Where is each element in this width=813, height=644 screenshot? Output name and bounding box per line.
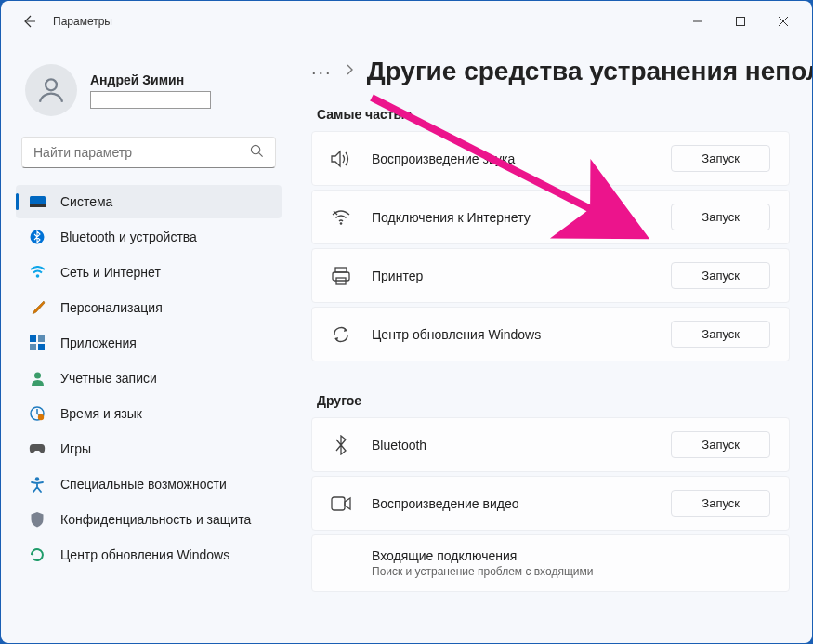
user-name: Андрей Зимин bbox=[90, 72, 211, 87]
svg-rect-1 bbox=[737, 18, 745, 26]
nav-label: Игры bbox=[60, 441, 91, 456]
maximize-button[interactable] bbox=[719, 7, 762, 36]
breadcrumb-ellipsis[interactable]: ··· bbox=[311, 62, 333, 81]
main-content: ··· Другие средства устранения непол Сам… bbox=[289, 42, 812, 643]
system-icon bbox=[29, 193, 46, 210]
person-icon bbox=[29, 370, 46, 387]
nav-label: Учетные записи bbox=[60, 371, 157, 386]
sidebar-item-system[interactable]: Система bbox=[16, 185, 282, 218]
card-title: Центр обновления Windows bbox=[372, 327, 650, 342]
sidebar-item-update[interactable]: Центр обновления Windows bbox=[16, 538, 282, 572]
card-title: Bluetooth bbox=[372, 438, 650, 453]
sidebar-item-gaming[interactable]: Игры bbox=[16, 432, 282, 466]
app-title: Параметры bbox=[53, 15, 112, 28]
troubleshooter-printer: Принтер Запуск bbox=[311, 248, 790, 303]
troubleshooter-video: Воспроизведение видео Запуск bbox=[311, 476, 790, 531]
brush-icon bbox=[29, 299, 46, 316]
svg-rect-11 bbox=[30, 335, 36, 342]
sidebar-item-apps[interactable]: Приложения bbox=[16, 326, 282, 360]
nav-label: Время и язык bbox=[60, 406, 142, 421]
apps-icon bbox=[29, 335, 46, 351]
speaker-icon bbox=[331, 149, 351, 169]
clock-globe-icon bbox=[29, 405, 46, 422]
nav-label: Специальные возможности bbox=[60, 477, 227, 492]
incoming-icon bbox=[331, 553, 351, 573]
svg-rect-13 bbox=[30, 344, 36, 350]
svg-rect-22 bbox=[333, 272, 349, 281]
sidebar-item-bluetooth[interactable]: Bluetooth и устройства bbox=[16, 220, 282, 254]
update-icon bbox=[29, 546, 46, 563]
svg-rect-12 bbox=[38, 335, 45, 342]
bluetooth-icon bbox=[331, 435, 351, 455]
page-title: Другие средства устранения непол bbox=[367, 57, 812, 86]
card-title: Воспроизведение звука bbox=[372, 151, 650, 166]
run-button[interactable]: Запуск bbox=[671, 204, 770, 230]
sidebar-item-time[interactable]: Время и язык bbox=[16, 397, 282, 430]
svg-rect-21 bbox=[335, 268, 347, 272]
back-button[interactable] bbox=[20, 12, 38, 31]
svg-point-4 bbox=[46, 79, 57, 90]
card-title: Воспроизведение видео bbox=[372, 496, 650, 511]
run-button[interactable]: Запуск bbox=[671, 431, 770, 458]
sidebar-item-personalization[interactable]: Персонализация bbox=[16, 291, 282, 324]
nav-label: Персонализация bbox=[60, 300, 163, 315]
accessibility-icon bbox=[29, 476, 46, 493]
card-title: Входящие подключения bbox=[372, 548, 770, 563]
svg-rect-14 bbox=[38, 344, 45, 350]
sync-icon bbox=[331, 324, 351, 345]
bluetooth-icon bbox=[29, 229, 46, 245]
gamepad-icon bbox=[29, 440, 46, 457]
nav-label: Bluetooth и устройства bbox=[60, 230, 197, 244]
nav-label: Система bbox=[60, 194, 112, 209]
card-title: Принтер bbox=[372, 269, 650, 283]
troubleshooter-bluetooth: Bluetooth Запуск bbox=[311, 417, 790, 472]
sidebar-item-network[interactable]: Сеть и Интернет bbox=[16, 256, 282, 289]
run-button[interactable]: Запуск bbox=[671, 145, 770, 172]
nav-list: Система Bluetooth и устройства Сеть и Ин… bbox=[16, 185, 282, 572]
troubleshooter-windows-update: Центр обновления Windows Запуск bbox=[311, 307, 790, 361]
troubleshooter-internet: Подключения к Интернету Запуск bbox=[311, 190, 790, 244]
sidebar-item-accessibility[interactable]: Специальные возможности bbox=[16, 467, 282, 501]
run-button[interactable]: Запуск bbox=[671, 262, 770, 289]
troubleshooter-incoming: Входящие подключения Поиск и устранение … bbox=[311, 534, 790, 592]
video-icon bbox=[331, 493, 351, 514]
breadcrumb: ··· Другие средства устранения непол bbox=[311, 57, 812, 86]
svg-point-15 bbox=[34, 373, 41, 379]
section-frequent-title: Самые частые bbox=[317, 107, 812, 122]
svg-point-10 bbox=[35, 274, 39, 278]
search-input[interactable] bbox=[21, 137, 276, 168]
sidebar-item-privacy[interactable]: Конфиденциальность и защита bbox=[16, 503, 282, 536]
nav-label: Центр обновления Windows bbox=[60, 547, 229, 562]
troubleshooter-audio: Воспроизведение звука Запуск bbox=[311, 131, 790, 186]
sidebar: Андрей Зимин Система Bluetooth и устройс… bbox=[1, 42, 289, 643]
svg-rect-24 bbox=[332, 497, 345, 510]
close-button[interactable] bbox=[762, 7, 805, 36]
svg-point-17 bbox=[38, 414, 44, 420]
svg-rect-8 bbox=[30, 204, 46, 207]
wifi-icon bbox=[29, 264, 46, 281]
avatar bbox=[25, 64, 77, 116]
search-field[interactable] bbox=[33, 145, 250, 160]
svg-point-5 bbox=[251, 145, 259, 153]
printer-icon bbox=[331, 266, 351, 286]
wifi-icon bbox=[331, 207, 351, 228]
user-area[interactable]: Андрей Зимин bbox=[16, 53, 282, 137]
user-email-masked bbox=[90, 91, 211, 109]
card-subtitle: Поиск и устранение проблем с входящими bbox=[372, 565, 770, 578]
titlebar: Параметры bbox=[1, 1, 812, 42]
run-button[interactable]: Запуск bbox=[671, 490, 770, 517]
nav-label: Приложения bbox=[60, 335, 137, 350]
minimize-button[interactable] bbox=[676, 7, 719, 36]
search-icon bbox=[250, 144, 264, 162]
section-other-title: Другое bbox=[317, 393, 812, 408]
card-title: Подключения к Интернету bbox=[372, 210, 650, 225]
run-button[interactable]: Запуск bbox=[671, 321, 770, 348]
nav-label: Сеть и Интернет bbox=[60, 265, 161, 280]
chevron-right-icon bbox=[346, 63, 354, 80]
svg-point-18 bbox=[35, 477, 39, 480]
shield-icon bbox=[29, 511, 46, 528]
svg-point-19 bbox=[340, 222, 343, 225]
nav-label: Конфиденциальность и защита bbox=[60, 512, 251, 527]
sidebar-item-accounts[interactable]: Учетные записи bbox=[16, 361, 282, 395]
svg-line-6 bbox=[259, 152, 263, 156]
